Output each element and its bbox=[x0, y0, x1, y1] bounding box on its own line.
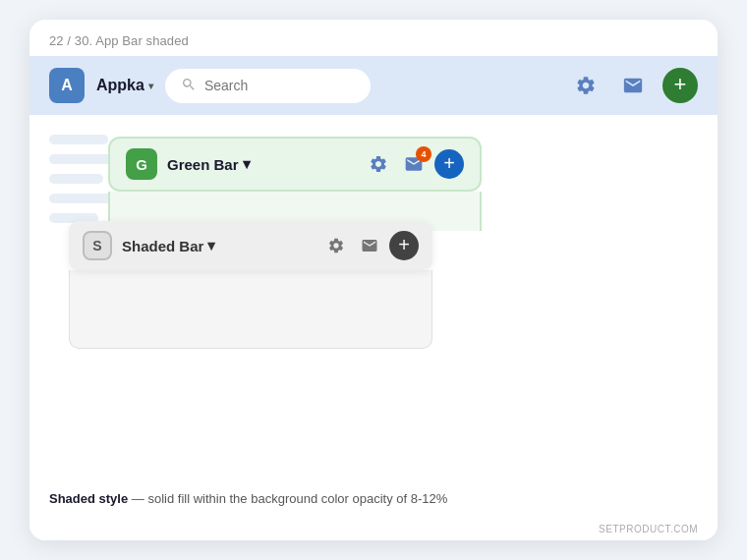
shaded-bar-chevron-icon: ▾ bbox=[207, 237, 215, 254]
bottom-description: Shaded style — solid fill within the bac… bbox=[29, 477, 718, 518]
shaded-bar-name-label: Shaded Bar bbox=[122, 238, 203, 254]
green-bar-name-button[interactable]: Green Bar ▾ bbox=[167, 155, 251, 173]
app-bar: A Appka ▾ + bbox=[29, 56, 718, 115]
green-bar-settings-button[interactable] bbox=[364, 149, 393, 179]
green-bar-chevron-icon: ▾ bbox=[243, 155, 251, 173]
shaded-bar-add-button[interactable]: + bbox=[389, 231, 419, 260]
green-bar: G Green Bar ▾ 4 + bbox=[108, 137, 482, 192]
app-logo: A bbox=[49, 68, 85, 103]
shaded-bar-name-button[interactable]: Shaded Bar ▾ bbox=[122, 237, 215, 254]
app-name-label: Appka bbox=[96, 77, 144, 94]
green-bar-add-button[interactable]: + bbox=[434, 149, 464, 179]
green-bar-icons: 4 + bbox=[364, 149, 464, 179]
main-card: 22 / 30. App Bar shaded A Appka ▾ + bbox=[29, 20, 718, 540]
shaded-bar-settings-button[interactable] bbox=[322, 232, 350, 259]
top-label: 22 / 30. App Bar shaded bbox=[29, 20, 718, 56]
settings-button[interactable] bbox=[568, 68, 603, 103]
content-area: G Green Bar ▾ 4 + bbox=[29, 115, 718, 477]
green-bar-name-label: Green Bar bbox=[167, 156, 239, 173]
shaded-bar: S Shaded Bar ▾ + bbox=[69, 221, 432, 270]
green-bar-mail-button[interactable]: 4 bbox=[399, 149, 429, 179]
shaded-bar-logo: S bbox=[83, 231, 112, 260]
mail-badge: 4 bbox=[416, 146, 431, 162]
green-bar-logo: G bbox=[126, 148, 157, 180]
app-name-button[interactable]: Appka ▾ bbox=[96, 77, 153, 94]
description-rest: — solid fill within the background color… bbox=[128, 491, 447, 506]
shaded-bar-content bbox=[69, 270, 432, 349]
shaded-bar-mail-button[interactable] bbox=[356, 232, 383, 259]
footer: SETPRODUCT.COM bbox=[29, 518, 718, 540]
search-icon bbox=[181, 77, 197, 95]
green-bar-add-icon: + bbox=[443, 153, 455, 173]
app-name-chevron-icon: ▾ bbox=[148, 81, 153, 91]
search-bar bbox=[165, 69, 371, 103]
main-add-icon: + bbox=[674, 74, 687, 95]
description-bold: Shaded style bbox=[49, 491, 128, 506]
mail-button[interactable] bbox=[615, 68, 651, 103]
shaded-bar-icons: + bbox=[322, 231, 419, 260]
search-input[interactable] bbox=[204, 78, 355, 93]
sub-app-bars: G Green Bar ▾ 4 + bbox=[49, 137, 698, 349]
shaded-bar-add-icon: + bbox=[398, 235, 410, 254]
main-add-button[interactable]: + bbox=[662, 68, 698, 103]
footer-label: SETPRODUCT.COM bbox=[599, 524, 698, 534]
